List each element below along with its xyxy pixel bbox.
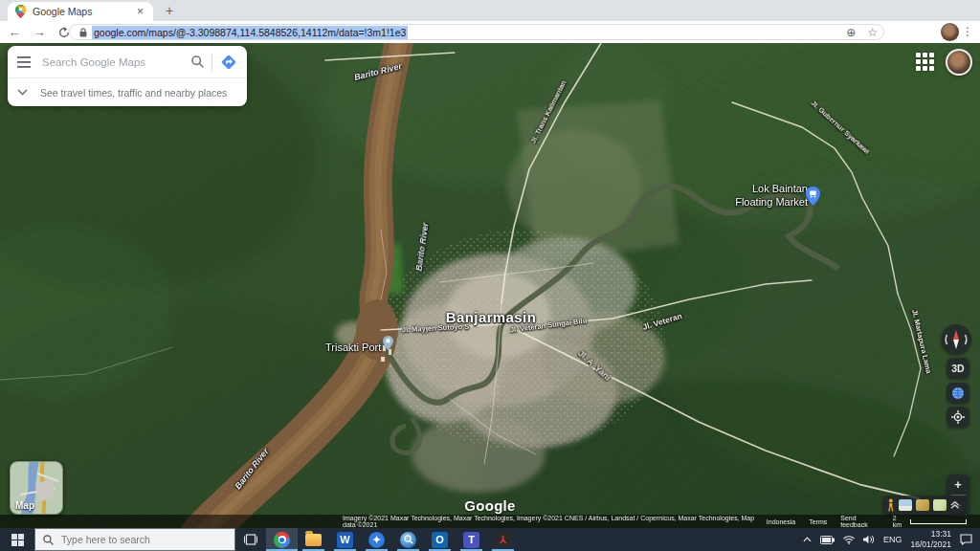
- map-layer-toggle[interactable]: Map: [10, 461, 63, 515]
- satellite-map-canvas[interactable]: Barito River Barito River Barito River J…: [0, 43, 980, 528]
- shopping-pin-icon[interactable]: [806, 187, 820, 206]
- magnifier-app-icon: [400, 532, 416, 548]
- hamburger-menu-icon[interactable]: [17, 56, 31, 68]
- globe-view-button[interactable]: [947, 383, 969, 404]
- outlook-icon: O: [432, 532, 448, 548]
- taskbar-acrobat[interactable]: ⅄: [487, 528, 519, 551]
- task-view-icon: [244, 534, 257, 545]
- satellite-imagery: [0, 43, 980, 528]
- tab-title: Google Maps: [33, 6, 135, 17]
- taskbar-search-icon: [43, 535, 54, 545]
- lock-icon: [79, 28, 87, 37]
- taskbar-teams[interactable]: T: [456, 528, 487, 551]
- imagery-thumb-1[interactable]: [899, 499, 912, 511]
- divider: [212, 53, 212, 72]
- maps-search-input[interactable]: [42, 56, 191, 68]
- google-watermark: Google: [0, 497, 980, 514]
- taskbar-search-box[interactable]: [34, 528, 235, 551]
- tab-close-icon[interactable]: ×: [135, 5, 145, 18]
- taskbar-file-explorer[interactable]: [298, 528, 329, 551]
- file-explorer-icon: [305, 534, 322, 546]
- attribution-country: Indonesia: [767, 518, 795, 525]
- windows-taskbar: W ✦ O T ⅄ ENG 13:31 16/01/2: [0, 528, 980, 551]
- taskbar-app-shield[interactable]: ✦: [361, 528, 392, 551]
- zoom-page-icon[interactable]: ⊕: [846, 26, 856, 39]
- terms-link[interactable]: Terms: [809, 518, 827, 525]
- back-icon[interactable]: ←: [4, 23, 25, 42]
- travel-hint-text: See travel times, traffic and nearby pla…: [40, 87, 227, 99]
- clock[interactable]: 13:31 16/01/2021: [910, 529, 951, 549]
- browser-toolbar: ← → google.com/maps/@-3.3098874,114.5848…: [0, 21, 980, 43]
- language-indicator[interactable]: ENG: [883, 535, 902, 544]
- maps-search-row: [8, 46, 247, 77]
- imagery-thumb-2[interactable]: [916, 499, 929, 511]
- task-view-button[interactable]: [235, 528, 266, 551]
- battery-icon[interactable]: [820, 536, 835, 544]
- map-thumb-label: Map: [15, 500, 34, 511]
- wifi-icon[interactable]: [843, 536, 855, 544]
- teams-icon: T: [463, 532, 479, 548]
- address-bar[interactable]: google.com/maps/@-3.3098874,114.5848526,…: [69, 24, 884, 40]
- clock-time: 13:31: [910, 529, 951, 540]
- taskbar-app-search-tool[interactable]: [392, 528, 424, 551]
- 3d-view-button[interactable]: 3D: [947, 358, 969, 379]
- zoom-in-button[interactable]: +: [947, 474, 969, 495]
- scale-line: [910, 519, 967, 524]
- browser-menu-icon[interactable]: ⋮: [961, 23, 974, 41]
- port-pin-icon[interactable]: [383, 336, 393, 350]
- directions-icon[interactable]: [220, 54, 237, 71]
- my-location-icon: [951, 410, 965, 424]
- scale-label: 2 km: [893, 515, 906, 528]
- search-icon[interactable]: [191, 55, 204, 68]
- start-button[interactable]: [0, 528, 34, 551]
- speaker-icon[interactable]: [863, 535, 875, 544]
- url-text-selected[interactable]: google.com/maps/@-3.3098874,114.5848526,…: [92, 26, 408, 39]
- taskbar-search-input[interactable]: [61, 534, 214, 545]
- taskbar-outlook[interactable]: O: [424, 528, 456, 551]
- compass-needle-icon: [941, 324, 971, 355]
- my-location-button[interactable]: [947, 407, 969, 428]
- pegman-icon[interactable]: [887, 498, 895, 512]
- new-tab-button[interactable]: +: [161, 3, 178, 20]
- forward-icon[interactable]: →: [29, 23, 50, 42]
- imagery-attribution: Imagery ©2021 Maxar Technologies, Maxar …: [343, 515, 767, 528]
- browser-profile-avatar[interactable]: [941, 23, 959, 41]
- system-tray: ENG 13:31 16/01/2021: [803, 528, 980, 551]
- notification-center-icon[interactable]: [960, 534, 972, 545]
- travel-times-row[interactable]: See travel times, traffic and nearby pla…: [8, 77, 247, 106]
- shield-app-icon: ✦: [368, 532, 385, 548]
- google-maps-favicon: [15, 5, 26, 18]
- word-icon: W: [337, 532, 353, 548]
- send-feedback-link[interactable]: Send feedback: [840, 515, 879, 528]
- chevron-up-double-icon[interactable]: [950, 500, 960, 510]
- map-scale: 2 km: [893, 515, 967, 528]
- maps-search-card: See travel times, traffic and nearby pla…: [8, 46, 247, 106]
- clock-date: 16/01/2021: [910, 540, 951, 550]
- bookmark-star-icon[interactable]: ☆: [867, 26, 878, 39]
- taskbar-chrome[interactable]: [266, 528, 298, 551]
- taskbar-word[interactable]: W: [329, 528, 361, 551]
- browser-tab-strip: Google Maps × +: [0, 0, 980, 21]
- account-avatar[interactable]: [946, 49, 972, 76]
- windows-logo-icon: [11, 534, 24, 546]
- acrobat-icon: ⅄: [495, 532, 511, 548]
- globe-icon: [951, 386, 965, 400]
- compass-control[interactable]: [941, 324, 971, 355]
- chrome-icon: [274, 532, 290, 548]
- tray-chevron-up-icon[interactable]: [803, 537, 812, 542]
- imagery-thumb-3[interactable]: [933, 499, 947, 511]
- google-apps-grid-icon[interactable]: [916, 53, 935, 72]
- attribution-bar: Imagery ©2021 Maxar Technologies, Maxar …: [0, 515, 980, 528]
- browser-tab-google-maps[interactable]: Google Maps ×: [8, 2, 153, 21]
- chevron-down-icon: [17, 89, 28, 96]
- imagery-layers-bar: [882, 496, 965, 515]
